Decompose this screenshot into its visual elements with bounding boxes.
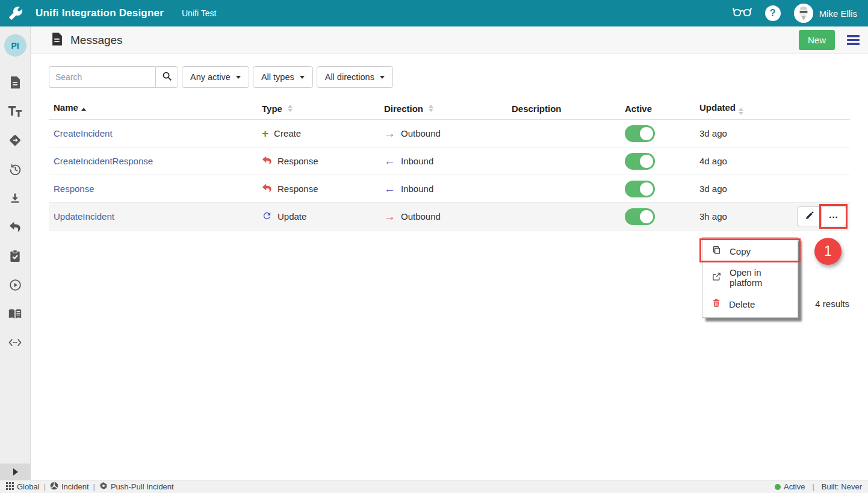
table-row: CreateIncident + Create → Outbound 3d ag… xyxy=(49,120,850,147)
sidebar-expand-button[interactable] xyxy=(0,464,31,480)
wrench-icon[interactable] xyxy=(0,7,31,20)
glasses-icon[interactable] xyxy=(733,5,752,21)
table-row-selected: UpdateIncident Update → Outbound 3h ago xyxy=(49,203,850,231)
context-menu: Copy Open in platform Delete xyxy=(702,237,798,318)
statusbar-global[interactable]: Global xyxy=(6,482,40,492)
reply-icon xyxy=(262,156,272,167)
active-toggle[interactable] xyxy=(625,125,655,142)
grid-icon xyxy=(6,482,14,492)
search-icon xyxy=(162,71,172,83)
filter-bar: Any active All types All directions xyxy=(49,66,850,88)
new-button[interactable]: New xyxy=(799,30,835,50)
process-icon xyxy=(50,482,58,492)
results-count: 4 results xyxy=(815,299,849,309)
statusbar-integration[interactable]: Incident xyxy=(50,482,89,492)
arrow-left-icon: ← xyxy=(384,183,395,194)
refresh-icon xyxy=(262,211,272,223)
menu-item-delete[interactable]: Delete xyxy=(702,291,798,317)
reply-icon xyxy=(262,184,272,194)
menu-item-copy[interactable]: Copy xyxy=(702,238,798,264)
message-name-link[interactable]: CreateIncidentResponse xyxy=(54,156,153,166)
column-header-name[interactable]: Name xyxy=(49,102,262,115)
sort-asc-icon xyxy=(81,108,86,115)
pencil-icon xyxy=(805,211,814,222)
text-fields-icon[interactable] xyxy=(8,105,22,117)
search-input[interactable] xyxy=(49,66,155,88)
app-title: Unifi Integration Designer xyxy=(36,7,164,19)
chevron-down-icon xyxy=(300,76,305,79)
search-button[interactable] xyxy=(155,66,178,88)
table-row: Response Response ← Inbound 3d ago xyxy=(49,175,850,203)
edit-button[interactable] xyxy=(797,206,822,226)
play-circle-icon[interactable] xyxy=(8,279,22,291)
reply-icon[interactable] xyxy=(8,221,22,233)
trash-icon xyxy=(711,298,721,310)
book-icon[interactable] xyxy=(8,308,22,320)
top-navigation-bar: Unifi Integration Designer Unifi Test ? xyxy=(0,0,868,26)
table-header-row: Name Type Direction Description Active xyxy=(49,98,850,120)
column-header-type[interactable]: Type xyxy=(262,104,384,114)
sort-icon xyxy=(288,105,293,112)
copy-icon xyxy=(711,245,722,257)
help-icon[interactable]: ? xyxy=(765,5,781,21)
column-header-active: Active xyxy=(625,104,695,114)
annotation-step-badge: 1 xyxy=(814,238,842,265)
direction-filter-dropdown[interactable]: All directions xyxy=(317,66,393,88)
menu-item-open-in-platform[interactable]: Open in platform xyxy=(702,264,798,291)
document-icon[interactable] xyxy=(8,76,22,88)
clipboard-check-icon[interactable] xyxy=(8,250,22,262)
chevron-down-icon xyxy=(380,76,385,79)
code-icon[interactable] xyxy=(8,336,22,349)
user-name: Mike Ellis xyxy=(819,8,857,19)
workspace-avatar[interactable]: PI xyxy=(4,34,26,57)
built-status: Built: Never xyxy=(822,482,862,491)
sort-icon xyxy=(429,105,433,112)
statusbar-process[interactable]: Push-Pull Incident xyxy=(99,482,174,492)
message-name-link[interactable]: UpdateIncident xyxy=(54,211,114,222)
gear-icon xyxy=(99,482,108,492)
message-name-link[interactable]: Response xyxy=(54,184,95,194)
message-name-link[interactable]: CreateIncident xyxy=(54,128,113,138)
active-filter-dropdown[interactable]: Any active xyxy=(182,66,249,88)
more-actions-button[interactable]: ... xyxy=(822,206,846,226)
active-toggle[interactable] xyxy=(625,208,655,225)
diamond-arrow-icon[interactable] xyxy=(8,134,22,146)
status-bar: Global | Incident | Push-Pull Incident A… xyxy=(0,480,868,493)
active-status-dot xyxy=(775,484,781,490)
page-header: Messages New xyxy=(31,26,868,54)
messages-table: Name Type Direction Description Active xyxy=(49,98,850,231)
history-icon[interactable] xyxy=(8,163,22,175)
arrow-right-icon: → xyxy=(384,211,395,222)
sort-icon xyxy=(739,108,743,115)
download-icon[interactable] xyxy=(8,192,22,204)
expand-arrow-icon xyxy=(13,468,18,476)
page-title: Messages xyxy=(70,34,123,47)
environment-name[interactable]: Unifi Test xyxy=(182,8,216,18)
arrow-right-icon: → xyxy=(384,128,395,139)
column-header-direction[interactable]: Direction xyxy=(384,104,512,114)
left-sidebar: PI xyxy=(0,26,31,480)
type-filter-dropdown[interactable]: All types xyxy=(253,66,313,88)
chevron-down-icon xyxy=(236,76,241,79)
arrow-left-icon: ← xyxy=(384,155,395,167)
menu-icon[interactable] xyxy=(847,33,860,47)
plus-icon: + xyxy=(262,128,268,139)
column-header-updated[interactable]: Updated xyxy=(695,102,779,115)
external-link-icon xyxy=(711,271,722,284)
messages-icon xyxy=(51,33,63,48)
column-header-description: Description xyxy=(512,104,625,114)
active-status-label: Active xyxy=(784,482,805,491)
active-toggle[interactable] xyxy=(625,181,655,197)
user-menu[interactable]: Mike Ellis xyxy=(794,4,857,23)
user-avatar xyxy=(794,4,813,23)
table-row: CreateIncidentResponse Response ← Inboun… xyxy=(49,147,850,175)
active-toggle[interactable] xyxy=(625,153,655,170)
